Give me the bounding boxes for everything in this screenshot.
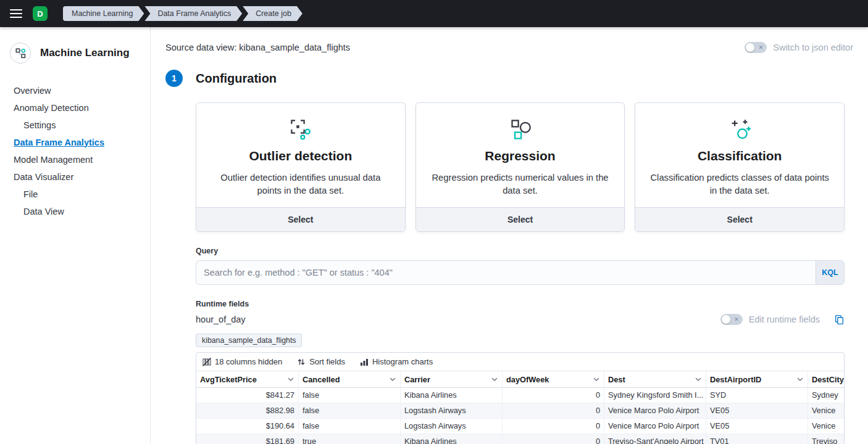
- grid-cell[interactable]: $841.27: [196, 388, 299, 403]
- card-footer: Select: [416, 207, 625, 231]
- histogram-icon: [360, 358, 369, 366]
- column-header-label: AvgTicketPrice: [200, 375, 257, 384]
- chevron-down-icon: [491, 376, 498, 383]
- grid-cell[interactable]: TV01: [706, 434, 808, 444]
- sidebar: Machine Learning Overview Anomaly Detect…: [0, 27, 151, 444]
- json-editor-switch-group: ✕ Switch to json editor: [745, 42, 853, 53]
- sidebar-item-data-visualizer[interactable]: Data Visualizer: [14, 168, 140, 186]
- sidebar-header: Machine Learning: [10, 43, 140, 64]
- grid-cell[interactable]: false: [299, 388, 401, 403]
- data-grid-body: $841.27 false Kibana Airlines 0 Sydney K…: [196, 388, 845, 444]
- data-grid-panel: 18 columns hidden Sort fields: [196, 352, 845, 444]
- column-header-dest[interactable]: Dest: [604, 371, 706, 387]
- column-header-cancelled[interactable]: Cancelled: [299, 371, 401, 387]
- ml-app-icon: [10, 43, 31, 64]
- breadcrumb: Machine Learning Data Frame Analytics Cr…: [63, 6, 303, 21]
- grid-cell[interactable]: Venice Marco Polo Airport: [604, 403, 706, 418]
- kql-language-button[interactable]: KQL: [816, 261, 844, 284]
- menu-button[interactable]: [10, 9, 22, 18]
- grid-cell[interactable]: 0: [503, 403, 604, 418]
- grid-cell[interactable]: 0: [503, 388, 604, 403]
- toggle-knob: [722, 315, 730, 324]
- grid-cell[interactable]: $190.64: [196, 419, 299, 434]
- select-outlier-detection-button[interactable]: Select: [288, 215, 313, 224]
- sidebar-item-overview[interactable]: Overview: [14, 82, 140, 99]
- query-label: Query: [196, 247, 845, 255]
- runtime-fields-label: Runtime fields: [196, 300, 845, 308]
- histogram-charts-button[interactable]: Histogram charts: [360, 357, 433, 366]
- sidebar-item-data-frame-analytics[interactable]: Data Frame Analytics: [14, 134, 140, 151]
- grid-cell[interactable]: 0: [503, 419, 604, 434]
- grid-cell[interactable]: true: [299, 434, 401, 444]
- grid-cell[interactable]: Kibana Airlines: [401, 388, 503, 403]
- classification-icon: [650, 118, 829, 141]
- source-data-view-label: Source data view: kibana_sample_data_fli…: [165, 43, 350, 52]
- sidebar-item-anomaly-detection[interactable]: Anomaly Detection: [14, 99, 140, 117]
- column-header-label: Dest: [608, 375, 625, 384]
- sidebar-item-data-view[interactable]: Data View: [14, 203, 140, 220]
- grid-cell[interactable]: VE05: [706, 403, 808, 418]
- source-row: Source data view: kibana_sample_data_fli…: [165, 42, 853, 53]
- space-avatar[interactable]: D: [33, 6, 48, 21]
- sidebar-title: Machine Learning: [40, 47, 130, 59]
- chevron-down-icon: [796, 376, 804, 383]
- top-header: D Machine Learning Data Frame Analytics …: [0, 0, 868, 27]
- sidebar-item-model-management[interactable]: Model Management: [14, 151, 140, 168]
- grid-cell[interactable]: Venice Marco Polo Airport: [604, 419, 706, 434]
- main-content: Source data view: kibana_sample_data_fli…: [151, 27, 868, 444]
- sidebar-item-file[interactable]: File: [14, 186, 140, 203]
- grid-cell[interactable]: Sydney Kingsford Smith I...: [604, 388, 706, 403]
- columns-hidden-button[interactable]: 18 columns hidden: [202, 357, 282, 366]
- column-header-label: Carrier: [404, 375, 430, 384]
- edit-runtime-fields-label: Edit runtime fields: [749, 314, 820, 324]
- data-grid-header: AvgTicketPrice Cancelled Carrier: [196, 371, 845, 388]
- select-regression-button[interactable]: Select: [507, 215, 533, 224]
- column-header-destairportid[interactable]: DestAirportID: [706, 371, 808, 387]
- grid-cell[interactable]: Logstash Airways: [401, 403, 503, 418]
- breadcrumb-create-job: Create job: [243, 6, 303, 21]
- card-title: Outlier detection: [211, 149, 390, 163]
- step-number-badge: 1: [165, 70, 183, 87]
- sort-fields-button[interactable]: Sort fields: [297, 357, 345, 366]
- grid-cell[interactable]: false: [299, 419, 401, 434]
- chevron-down-icon: [593, 376, 600, 383]
- page-title: Configuration: [196, 72, 277, 86]
- column-header-label: DestCityName: [812, 375, 845, 384]
- grid-cell[interactable]: SYD: [706, 388, 808, 403]
- table-row: $190.64 false Logstash Airways 0 Venice …: [196, 419, 845, 434]
- card-description: Classification predicts classes of data …: [650, 171, 829, 198]
- sidebar-item-settings[interactable]: Settings: [14, 117, 140, 134]
- grid-cell[interactable]: VE05: [706, 419, 808, 434]
- grid-cell[interactable]: $882.98: [196, 403, 299, 418]
- grid-cell[interactable]: Sydney: [808, 388, 845, 403]
- edit-runtime-fields-toggle[interactable]: ✕: [720, 314, 743, 325]
- card-body: Regression Regression predicts numerical…: [416, 103, 625, 207]
- query-input[interactable]: [196, 261, 816, 284]
- column-header-dayofweek[interactable]: dayOfWeek: [503, 371, 604, 387]
- card-body: Outlier detection Outlier detection iden…: [196, 103, 405, 207]
- grid-cell[interactable]: $181.69: [196, 434, 299, 444]
- grid-cell[interactable]: Kibana Airlines: [401, 434, 503, 444]
- grid-cell[interactable]: Logstash Airways: [401, 419, 503, 434]
- grid-cell[interactable]: false: [299, 403, 401, 418]
- grid-cell[interactable]: 0: [503, 434, 604, 444]
- outlier-detection-icon: [211, 118, 390, 141]
- app-frame: D Machine Learning Data Frame Analytics …: [0, 0, 868, 444]
- json-editor-toggle[interactable]: ✕: [745, 42, 767, 53]
- grid-cell[interactable]: Venice: [808, 419, 845, 434]
- select-classification-button[interactable]: Select: [727, 215, 753, 224]
- breadcrumb-data-frame-analytics[interactable]: Data Frame Analytics: [144, 6, 242, 21]
- column-header-destcityname[interactable]: DestCityName: [808, 371, 845, 387]
- chevron-down-icon: [287, 376, 294, 383]
- column-header-label: Cancelled: [303, 375, 340, 384]
- breadcrumb-machine-learning[interactable]: Machine Learning: [63, 6, 144, 21]
- column-header-avgticketprice[interactable]: AvgTicketPrice: [196, 371, 299, 387]
- grid-cell[interactable]: Venice: [808, 403, 845, 418]
- column-header-carrier[interactable]: Carrier: [401, 371, 503, 387]
- card-footer: Select: [635, 207, 844, 231]
- grid-cell[interactable]: Treviso-Sant'Angelo Airport: [604, 434, 706, 444]
- grid-cell[interactable]: Treviso: [808, 434, 845, 444]
- classification-card: Classification Classification predicts c…: [635, 102, 845, 232]
- copy-button[interactable]: [834, 314, 845, 325]
- runtime-controls: ✕ Edit runtime fields: [720, 314, 845, 325]
